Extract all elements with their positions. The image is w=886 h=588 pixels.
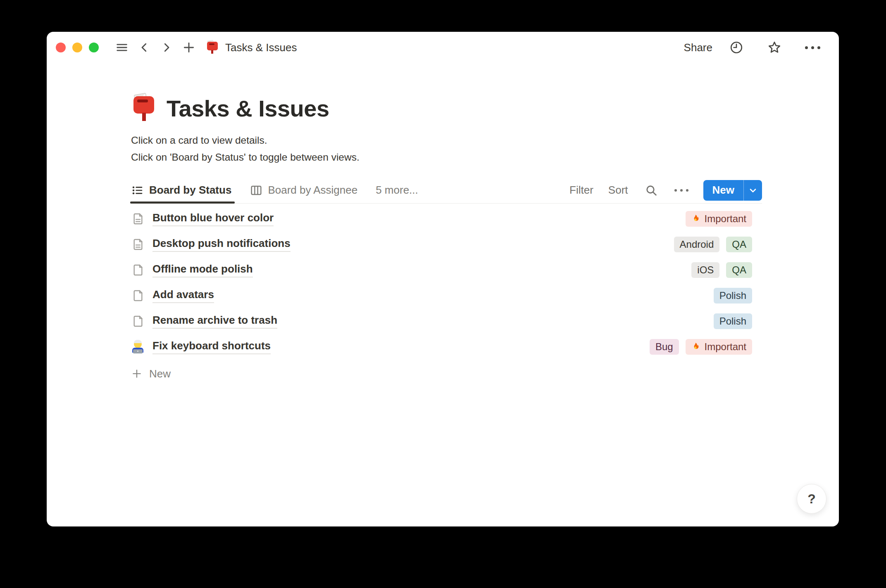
table-row[interactable]: Button blue hover color Important bbox=[131, 206, 762, 232]
table-row[interactable]: Rename archive to trash Polish bbox=[131, 308, 762, 334]
tag-ios[interactable]: iOS bbox=[691, 262, 719, 278]
tag-important[interactable]: Important bbox=[686, 211, 752, 227]
search-icon[interactable] bbox=[643, 181, 660, 199]
help-button[interactable]: ? bbox=[797, 484, 826, 514]
desktop: Tasks & Issues Share bbox=[0, 0, 886, 588]
titlebar-actions: Share bbox=[684, 38, 821, 57]
sort-button[interactable]: Sort bbox=[608, 184, 628, 197]
zoom-window-button[interactable] bbox=[89, 43, 99, 52]
page-header: Tasks & Issues bbox=[131, 95, 762, 122]
description-line-1: Click on a card to view details. bbox=[131, 132, 762, 149]
tag-label: Polish bbox=[719, 315, 746, 327]
board-view-icon bbox=[250, 184, 263, 197]
tag-label: Polish bbox=[719, 290, 746, 301]
description-line-2: Click on 'Board by Status' to toggle bet… bbox=[131, 149, 762, 166]
tab-board-by-assignee[interactable]: Board by Assignee bbox=[250, 177, 357, 203]
tag-qa[interactable]: QA bbox=[726, 237, 752, 252]
mailbox-emoji-icon[interactable] bbox=[131, 95, 157, 122]
page-content: Tasks & Issues Click on a card to view d… bbox=[131, 95, 762, 386]
tab-label: Board by Status bbox=[149, 184, 231, 197]
tag-qa[interactable]: QA bbox=[726, 262, 752, 278]
table-row[interactable]: Offline mode polish iOS QA bbox=[131, 257, 762, 283]
tag-label: iOS bbox=[697, 264, 714, 276]
tab-board-by-status[interactable]: Board by Status bbox=[131, 177, 231, 203]
close-window-button[interactable] bbox=[56, 43, 66, 52]
list-view-icon bbox=[131, 184, 144, 197]
row-title[interactable]: Desktop push notifications bbox=[152, 237, 291, 252]
minimize-window-button[interactable] bbox=[72, 43, 82, 52]
page-description: Click on a card to view details. Click o… bbox=[131, 132, 762, 166]
titlebar: Tasks & Issues Share bbox=[47, 32, 839, 63]
new-row-label: New bbox=[149, 368, 171, 380]
tab-label: 5 more... bbox=[376, 184, 418, 197]
tag-label: Important bbox=[705, 213, 746, 225]
tag-polish[interactable]: Polish bbox=[714, 288, 752, 303]
sidebar-toggle-icon[interactable] bbox=[114, 38, 130, 57]
tag-label: Android bbox=[680, 239, 714, 250]
fire-icon bbox=[691, 214, 701, 224]
row-title[interactable]: Fix keyboard shortcuts bbox=[152, 339, 271, 354]
row-title[interactable]: Offline mode polish bbox=[152, 263, 253, 277]
task-list: Button blue hover color Important bbox=[131, 206, 762, 386]
new-row-button[interactable]: New bbox=[131, 361, 762, 386]
back-icon[interactable] bbox=[136, 38, 152, 57]
tag-important[interactable]: Important bbox=[686, 339, 752, 355]
view-toolbar: Board by Status Board by Assignee 5 more… bbox=[131, 177, 762, 204]
share-button[interactable]: Share bbox=[684, 41, 712, 54]
tag-label: QA bbox=[732, 239, 746, 250]
more-options-icon[interactable] bbox=[804, 38, 821, 57]
favorite-star-icon[interactable] bbox=[766, 38, 783, 57]
tag-group: Polish bbox=[714, 288, 752, 303]
new-split-button: New bbox=[703, 180, 762, 201]
forward-icon[interactable] bbox=[158, 38, 175, 57]
view-options-icon[interactable] bbox=[674, 189, 688, 192]
tag-group: iOS QA bbox=[691, 262, 752, 278]
table-row[interactable]: Fix keyboard shortcuts Bug Important bbox=[131, 334, 762, 360]
page-blank-icon bbox=[131, 263, 145, 277]
row-title[interactable]: Button blue hover color bbox=[152, 211, 274, 226]
tag-polish[interactable]: Polish bbox=[714, 313, 752, 329]
technologist-emoji-icon bbox=[131, 340, 145, 354]
page-blank-icon bbox=[131, 315, 145, 328]
new-tab-icon[interactable] bbox=[181, 38, 197, 57]
table-row[interactable]: Add avatars Polish bbox=[131, 283, 762, 308]
tag-label: Important bbox=[705, 341, 746, 353]
chevron-down-icon[interactable] bbox=[744, 180, 762, 201]
notion-window: Tasks & Issues Share bbox=[47, 32, 839, 526]
tag-label: QA bbox=[732, 264, 746, 276]
tag-group: Android QA bbox=[674, 237, 752, 252]
new-button[interactable]: New bbox=[703, 180, 743, 201]
tag-group: Polish bbox=[714, 313, 752, 329]
fire-icon bbox=[691, 342, 701, 352]
tab-label: Board by Assignee bbox=[268, 184, 357, 197]
tag-label: Bug bbox=[655, 341, 673, 353]
breadcrumb-page-title[interactable]: Tasks & Issues bbox=[225, 41, 297, 54]
tag-bug[interactable]: Bug bbox=[650, 339, 679, 355]
page-text-icon bbox=[131, 238, 145, 251]
tag-group: Important bbox=[686, 211, 752, 227]
filter-button[interactable]: Filter bbox=[569, 184, 593, 197]
tag-group: Bug Important bbox=[650, 339, 752, 355]
tag-android[interactable]: Android bbox=[674, 237, 720, 252]
tab-more-views[interactable]: 5 more... bbox=[376, 177, 418, 203]
clock-history-icon[interactable] bbox=[728, 38, 745, 57]
table-row[interactable]: Desktop push notifications Android QA bbox=[131, 232, 762, 257]
row-title[interactable]: Add avatars bbox=[152, 288, 214, 303]
plus-icon bbox=[131, 368, 143, 379]
view-tabs: Board by Status Board by Assignee 5 more… bbox=[131, 177, 418, 203]
toolbar-controls: Filter Sort New bbox=[569, 180, 762, 201]
mailbox-page-icon bbox=[206, 41, 219, 54]
page-blank-icon bbox=[131, 289, 145, 302]
row-title[interactable]: Rename archive to trash bbox=[152, 314, 277, 329]
page-text-icon bbox=[131, 212, 145, 225]
page-title: Tasks & Issues bbox=[167, 95, 329, 122]
traffic-lights bbox=[56, 43, 99, 52]
